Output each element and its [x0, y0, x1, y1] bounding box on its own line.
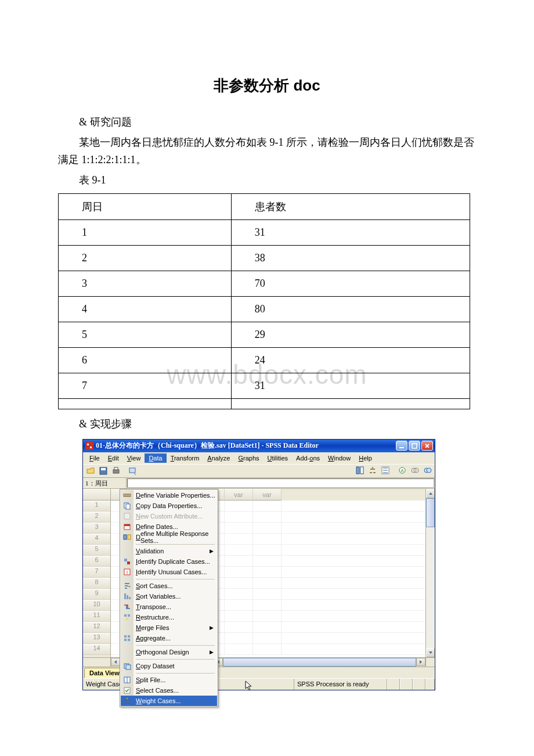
grid-cell[interactable] [225, 534, 253, 544]
maximize-button[interactable] [409, 441, 420, 451]
grid-cell[interactable] [253, 567, 282, 577]
print-icon[interactable] [110, 465, 122, 477]
save-icon[interactable] [98, 465, 109, 477]
grid-cell[interactable] [225, 523, 253, 533]
menu-item-define-variable-properties[interactable]: Define Variable Properties... [121, 490, 217, 501]
menu-item-restructure[interactable]: Restructure... [121, 612, 217, 622]
minimize-button[interactable] [396, 441, 407, 451]
scroll-track[interactable] [426, 498, 435, 648]
menu-item-split-file[interactable]: Split File... [121, 675, 217, 685]
grid-cell[interactable] [253, 611, 282, 621]
use-sets-icon[interactable] [409, 465, 421, 476]
grid-cell[interactable] [253, 622, 282, 632]
row-header[interactable]: 13 [83, 633, 110, 644]
grid-cell[interactable] [225, 622, 253, 632]
grid-cell[interactable] [253, 578, 282, 588]
grid-cell[interactable] [253, 556, 282, 566]
weight-icon[interactable] [367, 465, 378, 476]
scroll-down-icon[interactable] [426, 648, 435, 657]
grid-cell[interactable] [253, 523, 282, 533]
menu-item-copy-dataset[interactable]: Copy Dataset [121, 661, 217, 671]
grid-cell[interactable] [225, 501, 253, 511]
grid-cell[interactable] [253, 644, 282, 654]
menu-item-aggregate[interactable]: Aggregate... [121, 633, 217, 643]
grid-cell[interactable] [253, 512, 282, 522]
value-labels-icon[interactable]: A [396, 465, 408, 476]
scroll-left-icon[interactable] [111, 658, 120, 666]
menu-analyze[interactable]: Analyze [203, 453, 234, 463]
grid-cell[interactable] [225, 512, 253, 522]
grid-cell[interactable] [225, 578, 253, 588]
row-header[interactable]: 11 [83, 611, 110, 622]
data-grid[interactable]: Define Variable Properties...Copy Data P… [83, 489, 435, 657]
data-menu-dropdown[interactable]: Define Variable Properties...Copy Data P… [120, 489, 218, 707]
grid-cell[interactable] [253, 545, 282, 555]
grid-cell[interactable] [225, 545, 253, 555]
grid-cell[interactable] [253, 600, 282, 610]
cell-edit-box[interactable] [127, 478, 434, 488]
row-header[interactable]: 7 [83, 567, 110, 578]
menu-window[interactable]: Window [324, 453, 355, 463]
row-header[interactable]: 1 [83, 501, 110, 512]
menu-add-ons[interactable]: Add-ons [292, 453, 324, 463]
grid-cell[interactable] [225, 633, 253, 643]
vertical-scrollbar[interactable] [425, 489, 435, 657]
menu-file[interactable]: File [85, 453, 104, 463]
grid-cell[interactable] [225, 600, 253, 610]
menu-item-sort-cases[interactable]: Sort Cases... [121, 581, 217, 591]
row-header[interactable]: 9 [83, 589, 110, 600]
menu-item-select-cases[interactable]: Select Cases... [121, 685, 217, 696]
menu-help[interactable]: Help [355, 453, 376, 463]
grid-cell[interactable] [225, 644, 253, 654]
dialog-recall-icon[interactable] [127, 465, 139, 477]
grid-cell[interactable] [225, 589, 253, 599]
grid-cell[interactable] [253, 534, 282, 544]
hscroll-thumb[interactable] [223, 658, 416, 667]
menu-data[interactable]: Data [145, 453, 166, 463]
menu-transform[interactable]: Transform [167, 453, 204, 463]
scroll-up-icon[interactable] [426, 489, 435, 498]
row-header[interactable]: 10 [83, 600, 110, 611]
scroll-thumb[interactable] [426, 498, 435, 527]
row-header[interactable]: 14 [83, 644, 110, 655]
menu-item-define-multiple-response-sets[interactable]: Define Multiple Response Sets... [121, 532, 217, 542]
menu-utilities[interactable]: Utilities [264, 453, 292, 463]
menu-view[interactable]: View [123, 453, 145, 463]
menu-item-copy-data-properties[interactable]: Copy Data Properties... [121, 501, 217, 511]
menu-edit[interactable]: Edit [104, 453, 123, 463]
menu-item-validation[interactable]: Validation▶ [121, 546, 217, 556]
row-header[interactable]: 4 [83, 534, 110, 545]
data-table: 周日 患者数 131 238 370 480 529 624 731 [58, 193, 470, 409]
menu-item-identify-duplicate-cases[interactable]: Identify Duplicate Cases... [121, 556, 217, 567]
column-header[interactable]: var [225, 489, 253, 501]
grid-cell[interactable] [253, 633, 282, 643]
menu-item-transpose[interactable]: Transpose... [121, 602, 217, 612]
menu-item-identify-unusual-cases[interactable]: Identify Unusual Cases...! [121, 567, 217, 577]
open-icon[interactable] [85, 465, 96, 477]
show-all-icon[interactable] [422, 465, 434, 476]
scroll-right-icon[interactable] [416, 658, 425, 666]
menu-item-orthogonal-design[interactable]: Orthogonal Design▶ [121, 647, 217, 657]
grid-cell[interactable] [225, 567, 253, 577]
row-header[interactable]: 5 [83, 545, 110, 556]
row-header[interactable]: 2 [83, 512, 110, 523]
window-titlebar[interactable]: 01-总体分布的卡方（Chi-square）检验.sav [DataSet1] … [83, 440, 435, 452]
grid-cell[interactable] [253, 501, 282, 511]
grid-cell[interactable] [253, 589, 282, 599]
row-header[interactable]: 6 [83, 556, 110, 567]
column-header[interactable]: var [253, 489, 282, 501]
menu-bar[interactable]: FileEditViewDataTransformAnalyzeGraphsUt… [83, 452, 435, 464]
select-cases-icon[interactable] [380, 465, 391, 476]
row-header[interactable]: 3 [83, 523, 110, 534]
goto-case-icon[interactable] [354, 465, 366, 476]
menu-item-merge-files[interactable]: Merge Files▶ [121, 622, 217, 633]
grid-cell[interactable] [225, 611, 253, 621]
tab-data-view[interactable]: Data View [84, 668, 125, 678]
grid-cell[interactable] [225, 556, 253, 566]
menu-graphs[interactable]: Graphs [234, 453, 263, 463]
row-header[interactable]: 12 [83, 622, 110, 633]
close-button[interactable] [421, 441, 433, 451]
menu-item-weight-cases[interactable]: Weight Cases... [121, 696, 217, 706]
menu-item-sort-variables[interactable]: Sort Variables... [121, 591, 217, 602]
row-header[interactable]: 8 [83, 578, 110, 589]
